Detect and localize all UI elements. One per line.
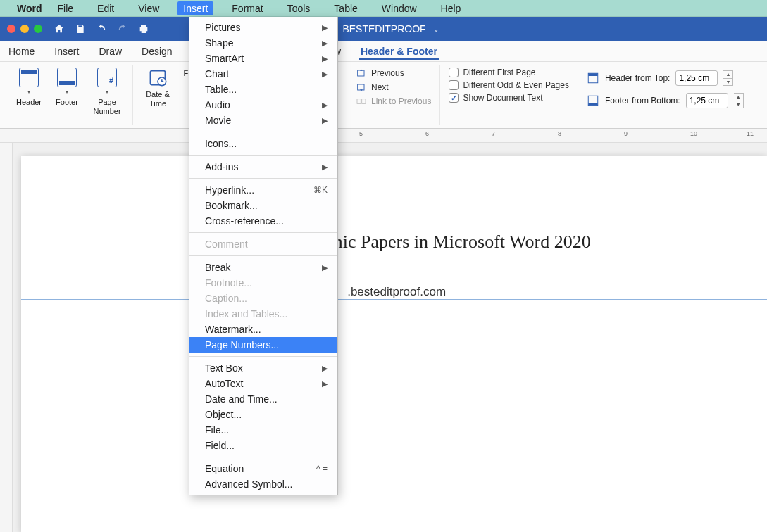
submenu-arrow-icon: ▶ <box>322 101 328 110</box>
menu-item-label: Movie <box>205 115 231 126</box>
submenu-arrow-icon: ▶ <box>322 379 328 388</box>
menu-view[interactable]: View <box>132 1 165 15</box>
vertical-ruler[interactable] <box>0 143 13 532</box>
previous-button[interactable]: Previous <box>356 68 431 79</box>
redo-icon[interactable] <box>117 23 128 34</box>
menu-item-movie[interactable]: Movie▶ <box>189 113 337 128</box>
menu-file[interactable]: File <box>52 1 80 15</box>
menu-item-shape[interactable]: Shape▶ <box>189 35 337 51</box>
submenu-arrow-icon: ▶ <box>322 163 328 172</box>
menu-item-icons[interactable]: Icons... <box>189 136 337 151</box>
header-from-top-input[interactable] <box>675 70 718 86</box>
menu-item-smartart[interactable]: SmartArt▶ <box>189 51 337 66</box>
menu-item-advanced-symbol[interactable]: Advanced Symbol... <box>189 476 337 492</box>
save-icon[interactable] <box>75 23 86 34</box>
menu-item-equation[interactable]: Equation^ = <box>189 461 337 476</box>
app-name[interactable]: Word <box>17 3 42 14</box>
stepper[interactable]: ▲▼ <box>723 70 733 86</box>
menu-item-autotext[interactable]: AutoText▶ <box>189 376 337 391</box>
menu-item-label: Bookmark... <box>205 200 258 211</box>
menu-edit[interactable]: Edit <box>92 1 120 15</box>
ruler-mark: 5 <box>359 130 363 137</box>
menu-item-date-and-time[interactable]: Date and Time... <box>189 391 337 407</box>
menu-item-object[interactable]: Object... <box>189 407 337 422</box>
menu-item-label: Hyperlink... <box>205 184 254 196</box>
menu-item-label: Comment <box>205 239 248 250</box>
menu-separator <box>189 155 337 156</box>
link-icon <box>356 96 367 107</box>
document-title[interactable]: BESTEDITPROOF ⌄ <box>328 23 438 34</box>
tab-header-footer[interactable]: Header & Footer <box>359 43 439 60</box>
menu-item-label: Field... <box>205 440 235 451</box>
menu-item-hyperlink[interactable]: Hyperlink...⌘K <box>189 182 337 198</box>
tab-draw[interactable]: Draw <box>97 43 123 60</box>
ribbon-group-options: Different First Page Different Odd & Eve… <box>440 65 578 125</box>
print-icon[interactable] <box>138 23 149 34</box>
menu-item-add-ins[interactable]: Add-ins▶ <box>189 159 337 175</box>
svg-rect-4 <box>357 99 361 104</box>
maximize-window-button[interactable] <box>34 25 42 33</box>
menu-tools[interactable]: Tools <box>282 1 316 15</box>
different-odd-even-checkbox[interactable]: Different Odd & Even Pages <box>449 80 569 90</box>
tab-insert[interactable]: Insert <box>53 43 80 60</box>
menu-format[interactable]: Format <box>226 1 268 15</box>
stepper[interactable]: ▲▼ <box>734 93 744 108</box>
document-page[interactable]: vto Format Academic Papers in Microsoft … <box>21 156 767 532</box>
menu-item-label: Text Box <box>205 362 243 374</box>
insert-menu-dropdown: Pictures▶Shape▶SmartArt▶Chart▶Table...Au… <box>189 17 338 495</box>
menu-item-label: Watermark... <box>205 324 261 335</box>
header-top-icon <box>587 72 599 84</box>
tab-home[interactable]: Home <box>7 43 36 60</box>
menu-item-page-numbers[interactable]: Page Numbers... <box>189 337 337 353</box>
different-first-page-checkbox[interactable]: Different First Page <box>449 68 569 77</box>
page-number-icon: # <box>97 68 117 87</box>
menu-item-watermark[interactable]: Watermark... <box>189 322 337 337</box>
menu-item-label: Break <box>205 262 231 273</box>
submenu-arrow-icon: ▶ <box>322 70 328 79</box>
menu-item-bookmark[interactable]: Bookmark... <box>189 198 337 213</box>
footer-from-bottom-input[interactable] <box>686 93 728 108</box>
menu-item-audio[interactable]: Audio▶ <box>189 97 337 113</box>
svg-rect-5 <box>362 99 366 104</box>
menu-item-file[interactable]: File... <box>189 422 337 438</box>
menu-item-label: Index and Tables... <box>205 308 287 319</box>
document-link-text: v.besteditproof.com <box>21 285 767 299</box>
menu-item-break[interactable]: Break▶ <box>189 260 337 275</box>
close-window-button[interactable] <box>7 25 15 33</box>
header-from-top-field[interactable]: Header from Top: ▲▼ <box>587 70 744 86</box>
tab-design[interactable]: Design <box>140 43 174 60</box>
menu-item-index-and-tables: Index and Tables... <box>189 306 337 322</box>
submenu-arrow-icon: ▶ <box>322 39 328 48</box>
menu-window[interactable]: Window <box>376 1 423 15</box>
menu-help[interactable]: Help <box>435 1 467 15</box>
horizontal-ruler[interactable]: 567891011 <box>0 129 767 143</box>
menu-item-field[interactable]: Field... <box>189 438 337 453</box>
menu-item-table[interactable]: Table... <box>189 82 337 97</box>
home-icon[interactable] <box>54 23 65 34</box>
mac-menubar: Word FileEditViewInsertFormatToolsTableW… <box>0 0 767 17</box>
menu-separator <box>189 356 337 357</box>
menu-item-cross-reference[interactable]: Cross-reference... <box>189 213 337 229</box>
menu-separator <box>189 255 337 256</box>
header-button[interactable]: ▾ Header <box>11 66 46 107</box>
undo-icon[interactable] <box>96 23 107 34</box>
next-button[interactable]: Next <box>356 82 431 93</box>
menu-insert[interactable]: Insert <box>177 1 213 15</box>
menu-table[interactable]: Table <box>328 1 363 15</box>
menu-item-chart[interactable]: Chart▶ <box>189 66 337 82</box>
footer-from-bottom-field[interactable]: Footer from Bottom: ▲▼ <box>587 93 744 108</box>
chevron-down-icon: ⌄ <box>433 25 439 33</box>
show-document-text-checkbox[interactable]: Show Document Text <box>449 93 569 103</box>
menu-item-label: Pictures <box>205 22 241 33</box>
page-number-button[interactable]: # ▾ Page Number <box>87 66 127 115</box>
minimize-window-button[interactable] <box>20 25 29 33</box>
menu-item-pictures[interactable]: Pictures▶ <box>189 20 337 35</box>
footer-icon <box>57 68 77 87</box>
date-time-button[interactable]: Date & Time <box>139 66 177 108</box>
menu-item-footnote: Footnote... <box>189 275 337 291</box>
footer-button[interactable]: ▾ Footer <box>49 66 85 107</box>
menu-shortcut: ⌘K <box>313 185 328 195</box>
submenu-arrow-icon: ▶ <box>322 263 328 272</box>
document-heading: vto Format Academic Papers in Microsoft … <box>21 232 767 253</box>
menu-item-text-box[interactable]: Text Box▶ <box>189 360 337 376</box>
